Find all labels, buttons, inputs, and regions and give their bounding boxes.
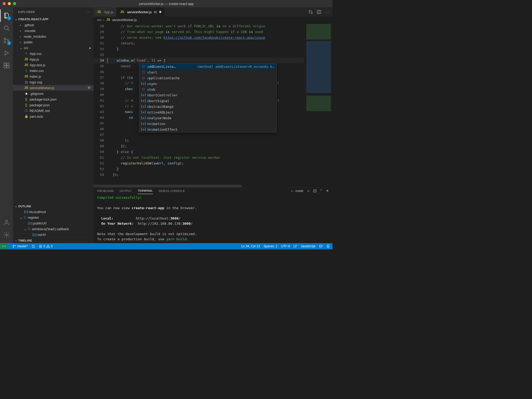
panel-tab-problems[interactable]: PROBLEMS <box>97 188 114 194</box>
outline-item[interactable]: ⌄⬡register <box>13 215 94 220</box>
minimap[interactable] <box>304 23 332 187</box>
method-icon: ⬡ <box>141 87 145 91</box>
svg-file-icon: ▧ <box>24 80 29 84</box>
split-editor-icon[interactable] <box>317 10 321 14</box>
split-terminal-icon[interactable] <box>313 189 317 193</box>
activity-accounts[interactable] <box>0 216 13 229</box>
activity-extensions[interactable] <box>0 59 13 72</box>
activity-source-control[interactable]: 1 <box>0 34 13 47</box>
status-bar: master* 0 0 Ln 34, Col 13 Spaces: 2 UTF-… <box>0 243 332 249</box>
folder-public[interactable]: ›public <box>13 39 94 45</box>
activity-run-debug[interactable] <box>0 47 13 59</box>
file-yarn-lock[interactable]: 🔒yarn.lock <box>13 114 94 119</box>
file-package-lock-json[interactable]: {}package-lock.json <box>13 96 94 102</box>
file-package-json[interactable]: {}package.json <box>13 102 94 108</box>
outline-item[interactable]: [◇]swUrl <box>13 232 94 237</box>
new-terminal-icon[interactable]: ＋ <box>307 189 310 193</box>
eol-status[interactable]: LF <box>294 244 297 248</box>
sync-status[interactable] <box>31 244 35 248</box>
outline-item[interactable]: [◇]isLocalhost <box>13 209 94 215</box>
activity-search[interactable] <box>0 22 13 34</box>
file-gitignore[interactable]: ◆.gitignore <box>13 91 94 96</box>
outline-item[interactable]: [◇]publicUrl <box>13 220 94 226</box>
outline-item[interactable]: ⌄⬡window.a('load') callback <box>13 226 94 232</box>
timeline-section-header[interactable]: › TIMELINE <box>13 237 94 243</box>
folder-src[interactable]: ⌄src● <box>13 45 94 51</box>
more-actions-icon[interactable]: ··· <box>325 10 329 14</box>
breadcrumb[interactable]: src › JS serviceWorker.js <box>94 17 332 23</box>
file-index-css[interactable]: #index.css <box>13 68 94 74</box>
terminal-shell-selector[interactable]: node <box>291 189 303 193</box>
project-section-header[interactable]: ⌄ CREATE-REACT-APP <box>13 16 94 22</box>
breadcrumb-file[interactable]: serviceWorker.js <box>112 18 137 22</box>
css-file-icon: # <box>24 69 29 72</box>
variable-icon: [◇] <box>141 82 145 86</box>
panel-tab-output[interactable]: OUTPUT <box>119 188 132 194</box>
indentation-status[interactable]: Spaces: 2 <box>264 244 277 248</box>
svg-rect-6 <box>4 66 6 68</box>
file-readme-md[interactable]: ⓘREADME.md <box>13 108 94 114</box>
breadcrumb-folder[interactable]: src <box>97 18 102 22</box>
terminal-output[interactable]: Compiled successfully! You can now view … <box>94 194 332 243</box>
sidebar-more-icon[interactable]: ··· <box>87 10 90 14</box>
js-file-icon: JS <box>24 57 29 61</box>
tab-app-js[interactable]: JS App.js <box>94 7 117 17</box>
file-app-js[interactable]: JSApp.js <box>13 56 94 62</box>
panel-tab-terminal[interactable]: TERMINAL <box>138 188 153 194</box>
suggest-item[interactable]: [◇]ActiveXObject <box>139 109 276 115</box>
problems-status[interactable]: 0 0 <box>39 244 52 248</box>
activity-settings[interactable] <box>0 229 13 241</box>
suggest-item[interactable]: ⬡alert <box>139 69 276 75</box>
suggest-item[interactable]: [◇]AbortSignal <box>139 98 276 104</box>
intellisense-widget[interactable]: ⬡addEventListe…(method) addEventListener… <box>139 63 277 132</box>
json-file-icon: {} <box>24 97 29 101</box>
file-app-test-js[interactable]: JSApp.test.js <box>13 62 94 68</box>
suggest-item[interactable]: [◇]Animation <box>139 121 276 127</box>
folder-vscode[interactable]: ›.vscode <box>13 28 94 34</box>
suggest-item[interactable]: [◇]async <box>139 81 276 87</box>
outline-section-header[interactable]: ⌄ OUTLINE <box>13 203 94 209</box>
notifications-icon[interactable] <box>326 244 330 248</box>
remote-icon <box>2 244 6 248</box>
folder-node-modules[interactable]: ›node_modules <box>13 34 94 39</box>
svg-point-4 <box>4 54 5 55</box>
compare-changes-icon[interactable] <box>308 10 313 14</box>
cursor-position-status[interactable]: Ln 34, Col 13 <box>241 244 260 248</box>
language-mode-status[interactable]: JavaScript <box>301 244 315 248</box>
suggest-item[interactable]: [◇]AbortController <box>139 92 276 98</box>
file-service-worker-js[interactable]: JSserviceWorker.jsM <box>13 85 94 91</box>
suggest-item[interactable]: ⬡applicationCache <box>139 75 276 81</box>
feedback-icon[interactable] <box>319 244 323 248</box>
remote-indicator[interactable] <box>0 243 8 249</box>
folder-github[interactable]: ›.github <box>13 22 94 28</box>
variable-icon: [◇] <box>32 233 37 236</box>
activity-explorer[interactable]: 1 <box>0 9 13 22</box>
suggest-item[interactable]: [◇]AnimationEffect <box>139 127 276 132</box>
js-file-icon: JS <box>106 18 111 22</box>
horizontal-scrollbar[interactable] <box>94 185 242 187</box>
outline-title: OUTLINE <box>18 205 31 208</box>
panel-tab-debug-console[interactable]: DEBUG CONSOLE <box>159 188 185 194</box>
js-file-icon: JS <box>24 75 29 78</box>
svg-point-0 <box>4 26 8 30</box>
maximize-panel-icon[interactable]: ⌃ <box>320 189 323 193</box>
scm-badge: 1 <box>7 41 11 45</box>
suggest-item[interactable]: [◇]AnalyserNode <box>139 115 276 121</box>
code-editor[interactable]: 2829303132333435363738394041424344454647… <box>94 23 332 187</box>
suggest-item[interactable]: ⬡atob <box>139 87 276 92</box>
svg-rect-7 <box>7 66 9 68</box>
explorer-badge: 1 <box>7 16 11 20</box>
file-index-js[interactable]: JSindex.js <box>13 74 94 79</box>
close-panel-icon[interactable]: ✕ <box>326 189 329 193</box>
git-branch-status[interactable]: master* <box>12 244 28 248</box>
method-icon: ⬡ <box>141 64 145 69</box>
sidebar: EXPLORER ··· ⌄ CREATE-REACT-APP ›.github… <box>13 7 94 243</box>
encoding-status[interactable]: UTF-8 <box>281 244 290 248</box>
svg-rect-5 <box>4 63 6 65</box>
suggest-item[interactable]: ⬡addEventListe…(method) addEventListener… <box>139 64 276 69</box>
suggest-item[interactable]: [◇]AbstractRange <box>139 104 276 109</box>
chevron-down-icon: ⌄ <box>14 18 18 21</box>
file-logo-svg[interactable]: ▧logo.svg <box>13 79 94 85</box>
file-app-css[interactable]: #App.css <box>13 51 94 56</box>
tab-service-worker-js[interactable]: JS serviceWorker.js M <box>117 7 165 17</box>
